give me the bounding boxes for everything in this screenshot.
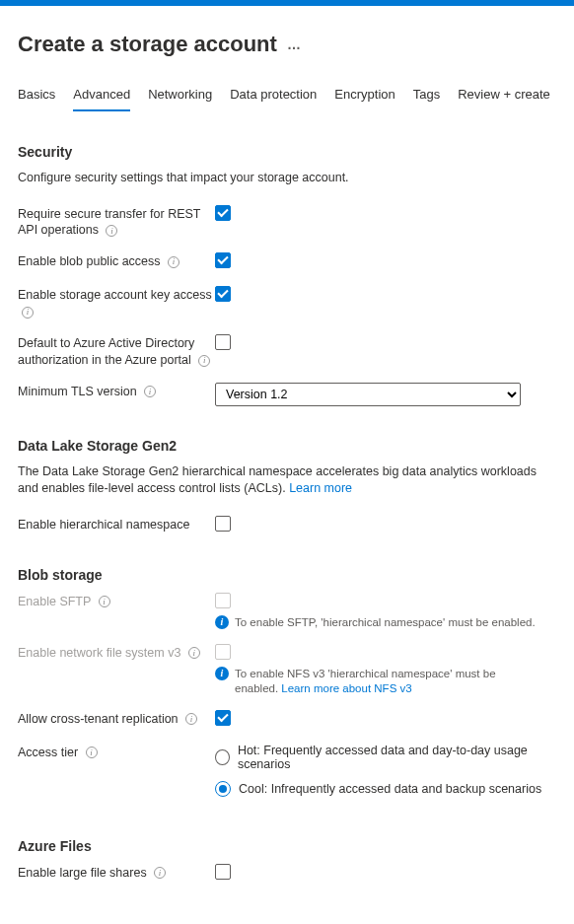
info-badge-icon: i (215, 667, 229, 680)
select-min-tls[interactable]: Version 1.2 (215, 383, 521, 406)
checkbox-enable-sftp (215, 593, 231, 608)
tab-data-protection[interactable]: Data protection (230, 81, 317, 111)
tab-encryption[interactable]: Encryption (334, 81, 395, 111)
azure-topbar (0, 0, 574, 6)
label-enable-hns: Enable hierarchical namespace (18, 516, 215, 533)
section-azure-files-title: Azure Files (18, 838, 556, 854)
radio-access-tier-hot[interactable]: Hot: Frequently accessed data and day-to… (215, 744, 556, 771)
hint-enable-nfs: i To enable NFS v3 'hierarchical namespa… (215, 667, 540, 696)
label-enable-key-access: Enable storage account key access i (18, 286, 215, 320)
radio-access-tier-cool[interactable]: Cool: Infrequently accessed data and bac… (215, 781, 556, 797)
info-icon[interactable]: i (86, 746, 98, 758)
info-icon[interactable]: i (168, 256, 179, 268)
section-security-title: Security (18, 144, 556, 160)
info-icon[interactable]: i (154, 867, 166, 879)
label-enable-nfs: Enable network file system v3 i (18, 644, 215, 662)
section-blob-title: Blob storage (18, 567, 556, 583)
checkbox-enable-blob-public[interactable] (215, 252, 231, 268)
info-badge-icon: i (215, 615, 229, 629)
link-datalake-learn-more[interactable]: Learn more (289, 481, 352, 495)
label-require-secure-transfer: Require secure transfer for REST API ope… (18, 205, 215, 240)
tab-advanced[interactable]: Advanced (73, 81, 130, 111)
checkbox-default-aad[interactable] (215, 334, 231, 350)
radio-icon (215, 749, 230, 765)
label-cross-tenant: Allow cross-tenant replication i (18, 710, 215, 728)
hint-enable-sftp: i To enable SFTP, 'hierarchical namespac… (215, 615, 540, 630)
tab-tags[interactable]: Tags (413, 81, 440, 111)
label-large-file-shares: Enable large file shares i (18, 864, 215, 882)
page-title-text: Create a storage account (18, 32, 277, 57)
tab-review-create[interactable]: Review + create (458, 81, 550, 111)
checkbox-cross-tenant[interactable] (215, 710, 231, 726)
label-enable-sftp: Enable SFTP i (18, 593, 215, 610)
checkbox-large-file-shares[interactable] (215, 864, 231, 880)
info-icon[interactable]: i (22, 307, 34, 319)
radio-icon (215, 781, 231, 797)
checkbox-require-secure-transfer[interactable] (215, 205, 231, 221)
label-default-aad: Default to Azure Active Directory author… (18, 334, 215, 369)
checkbox-enable-nfs (215, 644, 231, 660)
tab-basics[interactable]: Basics (18, 81, 55, 111)
wizard-tabs: Basics Advanced Networking Data protecti… (18, 81, 556, 112)
link-nfs-learn-more[interactable]: Learn more about NFS v3 (281, 682, 411, 694)
checkbox-enable-hns[interactable] (215, 516, 231, 532)
info-icon[interactable]: i (99, 596, 110, 607)
info-icon[interactable]: i (144, 386, 156, 397)
page-title: Create a storage account … (18, 32, 556, 57)
checkbox-enable-key-access[interactable] (215, 286, 231, 302)
label-min-tls: Minimum TLS version i (18, 383, 215, 400)
info-icon[interactable]: i (185, 713, 197, 725)
section-datalake-title: Data Lake Storage Gen2 (18, 438, 556, 454)
info-icon[interactable]: i (106, 225, 117, 237)
section-datalake-desc: The Data Lake Storage Gen2 hierarchical … (18, 463, 556, 498)
tab-networking[interactable]: Networking (148, 81, 212, 111)
info-icon[interactable]: i (188, 647, 200, 659)
more-actions-icon[interactable]: … (287, 36, 303, 52)
label-access-tier: Access tier i (18, 744, 215, 761)
info-icon[interactable]: i (198, 355, 210, 367)
section-security-desc: Configure security settings that impact … (18, 170, 556, 187)
label-enable-blob-public: Enable blob public access i (18, 252, 215, 270)
